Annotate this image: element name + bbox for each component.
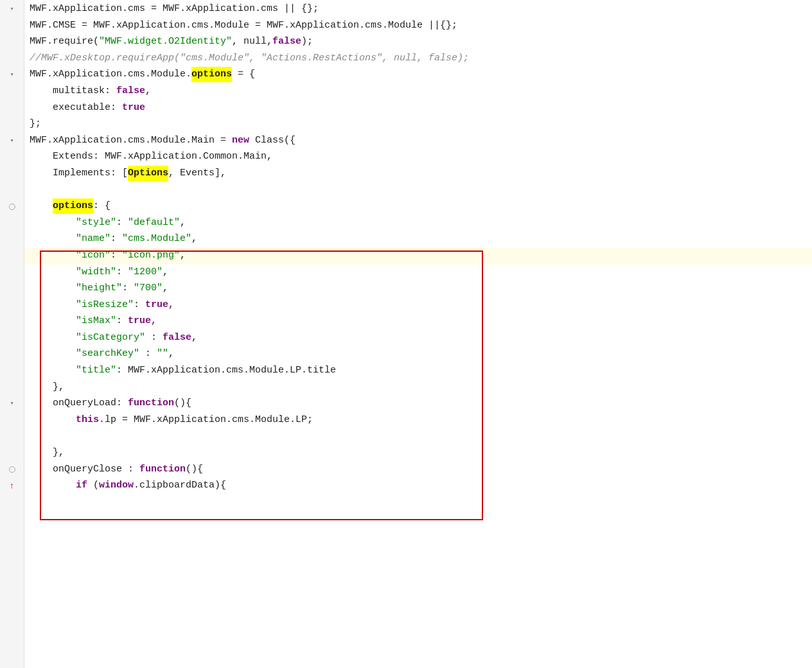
gutter-item-16 (0, 248, 24, 265)
code-line-14: "style": "default", (24, 215, 812, 232)
gutter-item-4 (0, 51, 24, 67)
code-line-6: multitask: false, (24, 84, 812, 100)
collapse-arrow[interactable]: ▾ (10, 398, 14, 410)
code-line-26: this.lp = MWF.xApplication.cms.Module.LP… (24, 412, 812, 429)
code-line-13: options: { (24, 198, 812, 215)
plain-text (30, 265, 76, 280)
plain-text: }, (30, 380, 64, 395)
string-literal: "isResize" (76, 297, 134, 313)
code-line-7: executable: true (24, 100, 812, 117)
plain-text (30, 313, 76, 329)
code-line-20: "isMax": true, (24, 313, 812, 330)
plain-text: : (110, 231, 122, 247)
current-line-arrow: ↑ (10, 480, 15, 493)
plain-text: MWF.xApplication.cms = MWF.xApplication.… (30, 1, 319, 17)
code-line-3: MWF.require("MWF.widget.O2Identity", nul… (24, 34, 812, 51)
plain-text: MWF.CMSE = MWF.xApplication.cms.Module =… (30, 18, 457, 33)
plain-text: }, (30, 445, 64, 461)
plain-text: : (116, 215, 128, 231)
gutter-item-30: ↑ (0, 478, 24, 495)
keyword: new (232, 133, 249, 148)
plain-text: multitask: (30, 84, 116, 99)
plain-text (30, 297, 76, 313)
code-line-5: MWF.xApplication.cms.Module.options = { (24, 67, 812, 84)
keyword: window (99, 478, 134, 493)
plain-text: Class({ (249, 133, 296, 148)
plain-text: }; (30, 116, 41, 132)
boolean-value: true (145, 297, 168, 313)
code-line-17: "width": "1200", (24, 265, 812, 281)
plain-text: Extends: MWF.xApplication.Common.Main, (30, 149, 272, 164)
keyword: function (128, 396, 174, 411)
string-literal: "700" (134, 281, 163, 296)
gutter-item-13 (0, 198, 24, 215)
code-line-25: onQueryLoad: function(){ (24, 396, 812, 412)
editor-gutter: ▾▾▾▾↑ (0, 0, 24, 668)
highlighted-keyword: Options (128, 166, 168, 181)
plain-text: onQueryClose : (30, 462, 139, 477)
plain-text: Implements: [ (30, 166, 128, 181)
plain-text: ( (87, 478, 99, 493)
boolean-value: true (128, 313, 151, 329)
plain-text (30, 281, 76, 296)
code-area[interactable]: MWF.xApplication.cms = MWF.xApplication.… (24, 0, 812, 668)
collapse-arrow[interactable]: ▾ (10, 4, 14, 15)
plain-text: MWF.xApplication.cms.Module. (30, 67, 191, 82)
plain-text: , (151, 313, 157, 329)
gutter-item-7 (0, 100, 24, 117)
plain-text (30, 330, 76, 346)
code-line-19: "isResize": true, (24, 297, 812, 314)
plain-text (30, 231, 76, 247)
gutter-item-18 (0, 281, 24, 297)
plain-text: , (180, 248, 186, 263)
gutter-item-29 (0, 462, 24, 479)
plain-text: .clipboardData){ (134, 478, 226, 493)
gutter-item-14 (0, 215, 24, 232)
highlighted-keyword: options (53, 198, 93, 214)
plain-text: (){ (186, 462, 203, 477)
gutter-item-17 (0, 265, 24, 281)
gutter-item-25: ▾ (0, 396, 24, 412)
string-literal: "MWF.widget.O2Identity" (99, 34, 232, 49)
plain-text (30, 215, 76, 231)
code-line-28: }, (24, 445, 812, 462)
plain-text: , (180, 215, 186, 231)
boolean-value: false (116, 84, 145, 99)
collapse-arrow[interactable]: ▾ (10, 69, 14, 81)
string-literal: "style" (76, 215, 116, 231)
code-line-27 (24, 428, 812, 445)
highlighted-keyword: options (191, 67, 232, 82)
plain-text: , Events], (168, 166, 226, 181)
string-literal: "isMax" (76, 313, 116, 329)
breakpoint-circle[interactable] (9, 204, 15, 210)
string-literal: "title" (76, 363, 116, 378)
gutter-item-15 (0, 231, 24, 248)
string-literal: "default" (128, 215, 180, 231)
plain-text: : (116, 313, 128, 329)
gutter-item-12 (0, 182, 24, 199)
string-literal: "1200" (128, 265, 163, 280)
string-literal: "icon.png" (122, 248, 180, 263)
string-literal: "cms.Module" (122, 231, 191, 247)
plain-text: , null, (232, 34, 272, 49)
plain-text: : (134, 297, 145, 313)
code-line-4: //MWF.xDesktop.requireApp("cms.Module", … (24, 51, 812, 67)
gutter-item-22 (0, 346, 24, 363)
gutter-item-21 (0, 330, 24, 347)
gutter-item-8 (0, 116, 24, 133)
gutter-item-27 (0, 428, 24, 445)
keyword: function (139, 462, 186, 477)
plain-text (30, 198, 53, 214)
gutter-item-10 (0, 149, 24, 166)
gutter-item-24 (0, 380, 24, 396)
keyword: if (76, 478, 87, 493)
plain-text (30, 248, 76, 263)
plain-text: : { (93, 198, 110, 214)
plain-text: MWF.xApplication.cms.Module.Main = (30, 133, 232, 148)
collapse-arrow[interactable]: ▾ (10, 136, 14, 147)
code-line-23: "title": MWF.xApplication.cms.Module.LP.… (24, 363, 812, 380)
breakpoint-circle[interactable] (9, 466, 15, 473)
plain-text: executable: (30, 100, 122, 116)
gutter-item-20 (0, 313, 24, 330)
boolean-value: false (272, 34, 301, 49)
